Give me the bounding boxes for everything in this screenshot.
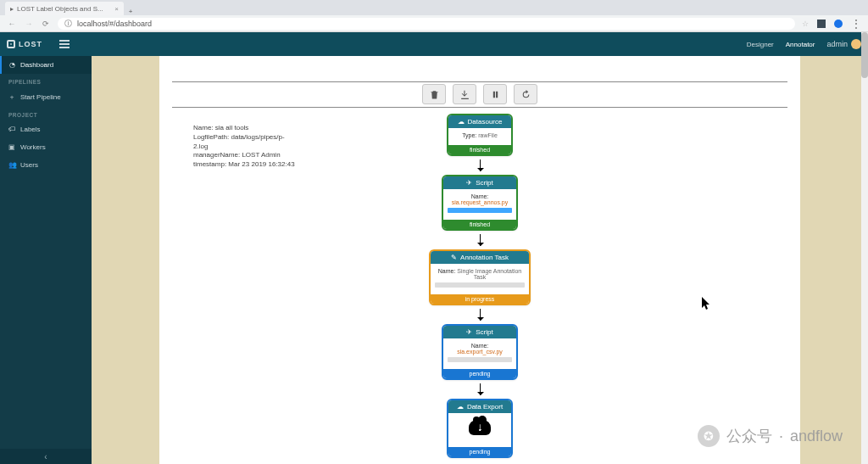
scroll-thumb[interactable] xyxy=(861,32,868,78)
users-icon: 👥 xyxy=(8,161,15,169)
nav-back-icon[interactable]: ← xyxy=(7,20,17,28)
nav-user[interactable]: admin xyxy=(826,39,861,49)
sidebar-item-dashboard[interactable]: ◔ Dashboard xyxy=(0,56,92,74)
browser-menu-icon[interactable]: ⋮ xyxy=(851,18,861,30)
profile-icon[interactable] xyxy=(834,20,843,28)
plus-icon: ＋ xyxy=(8,92,15,102)
trash-icon xyxy=(429,89,440,100)
node-name-label: Name: xyxy=(438,268,456,274)
node-status: pending xyxy=(443,369,516,378)
download-icon xyxy=(459,89,470,100)
chevron-left-icon: ‹ xyxy=(44,452,47,461)
sidebar-head-pipelines: PIPELINES xyxy=(0,74,92,87)
sidebar-item-users[interactable]: 👥 Users xyxy=(0,156,92,174)
avatar-icon xyxy=(851,39,861,49)
rocket-icon: ✈ xyxy=(466,328,472,336)
nav-annotator[interactable]: Annotator xyxy=(786,41,815,48)
nav-forward-icon[interactable]: → xyxy=(24,20,34,28)
brand-logo-icon xyxy=(7,40,15,48)
rocket-icon: ✈ xyxy=(466,179,472,187)
sidebar-label-start-pipeline: Start Pipeline xyxy=(20,93,61,101)
sidebar-collapse-button[interactable]: ‹ xyxy=(0,449,92,464)
node-type-value: rawFile xyxy=(478,132,498,138)
cloud-download-big-icon: ⭣ xyxy=(469,420,491,435)
rerun-button[interactable] xyxy=(514,84,537,104)
cloud-icon: ☁ xyxy=(458,118,465,126)
gauge-icon: ◔ xyxy=(8,61,15,69)
node-script-1[interactable]: ✈Script Name: sia.request_annos.py finis… xyxy=(442,175,518,231)
pipeline-flow: ☁Datasource Type: rawFile finished ✈Scri… xyxy=(159,114,800,458)
url-input[interactable]: i localhost/#/dashboard xyxy=(58,18,795,30)
sidebar: ◔ Dashboard PIPELINES ＋ Start Pipeline P… xyxy=(0,56,92,464)
node-title: Script xyxy=(476,179,492,187)
nav-reload-icon[interactable]: ⟳ xyxy=(41,20,51,28)
progress-bar xyxy=(448,208,512,213)
node-title: Annotation Task xyxy=(460,254,509,261)
pause-button[interactable] xyxy=(483,84,507,104)
cube-icon: ▣ xyxy=(8,143,15,151)
nav-designer[interactable]: Designer xyxy=(747,41,774,48)
nav-user-label: admin xyxy=(826,40,848,48)
download-button[interactable] xyxy=(453,84,476,104)
sidebar-item-start-pipeline[interactable]: ＋ Start Pipeline xyxy=(0,87,92,107)
node-name-value: sia.request_annos.py xyxy=(452,199,509,205)
sidebar-label-users: Users xyxy=(20,161,38,169)
node-annotation-task[interactable]: ✎Annotation Task Name: Single Image Anno… xyxy=(429,249,531,305)
progress-bar xyxy=(448,357,512,362)
node-name-value: sia.export_csv.py xyxy=(457,349,503,355)
node-status: finished xyxy=(443,220,516,229)
extension-icon[interactable] xyxy=(817,20,826,28)
node-status: pending xyxy=(448,447,511,456)
mouse-cursor-icon xyxy=(702,297,712,314)
tab-close-icon[interactable]: × xyxy=(114,5,119,13)
brand[interactable]: LOST xyxy=(0,40,53,48)
node-name-label: Name: xyxy=(471,193,489,199)
pipeline-toolbar xyxy=(159,84,800,104)
pause-icon xyxy=(490,89,501,100)
node-datasource[interactable]: ☁Datasource Type: rawFile finished xyxy=(447,114,513,156)
sidebar-label-dashboard: Dashboard xyxy=(20,61,53,69)
browser-tab-strip: ▸ LOST Label Objects and S... × + xyxy=(0,0,868,15)
node-title: Datasource xyxy=(468,118,503,126)
browser-tab[interactable]: ▸ LOST Label Objects and S... × xyxy=(5,2,124,15)
bookmark-star-icon[interactable]: ☆ xyxy=(802,20,809,28)
node-name-value: Single Image Annotation Task xyxy=(457,268,521,280)
node-data-export[interactable]: ☁Data Export ⭣ pending xyxy=(447,399,513,458)
new-tab-button[interactable]: + xyxy=(124,8,137,15)
sidebar-item-workers[interactable]: ▣ Workers xyxy=(0,138,92,156)
node-title: Data Export xyxy=(467,403,503,411)
site-info-icon[interactable]: i xyxy=(64,20,72,27)
tab-title: LOST Label Objects and S... xyxy=(17,5,103,13)
sidebar-label-workers: Workers xyxy=(20,143,46,151)
pencil-icon: ✎ xyxy=(451,254,457,261)
node-title: Script xyxy=(476,328,492,336)
browser-address-bar: ← → ⟳ i localhost/#/dashboard ☆ ⋮ xyxy=(0,15,868,32)
node-name-label: Name: xyxy=(471,343,489,349)
node-script-2[interactable]: ✈Script Name: sia.export_csv.py pending xyxy=(442,324,518,380)
redo-icon xyxy=(520,89,531,100)
delete-button[interactable] xyxy=(422,84,446,104)
app-topnav: LOST Designer Annotator admin xyxy=(0,32,868,56)
node-type-label: Type: xyxy=(462,132,476,138)
progress-bar xyxy=(435,282,525,288)
connector xyxy=(480,305,481,324)
page-scrollbar[interactable] xyxy=(861,32,868,464)
pipeline-canvas: Name: sia all tools LogfilePath: data/lo… xyxy=(159,56,800,464)
node-status: finished xyxy=(448,145,511,154)
sidebar-item-labels[interactable]: 🏷 Labels xyxy=(0,120,92,138)
tab-favicon: ▸ xyxy=(10,5,14,13)
tag-icon: 🏷 xyxy=(8,126,15,133)
connector xyxy=(480,156,481,175)
cloud-download-icon: ☁ xyxy=(457,403,464,411)
brand-text: LOST xyxy=(19,40,42,48)
sidebar-head-project: PROJECT xyxy=(0,107,92,120)
connector xyxy=(480,380,481,399)
content-area: Name: sia all tools LogfilePath: data/lo… xyxy=(92,56,868,464)
sidebar-label-labels: Labels xyxy=(20,126,41,133)
connector xyxy=(480,231,481,249)
url-text: localhost/#/dashboard xyxy=(77,20,152,28)
hamburger-icon[interactable] xyxy=(59,40,70,48)
node-status: in progress xyxy=(431,294,529,304)
